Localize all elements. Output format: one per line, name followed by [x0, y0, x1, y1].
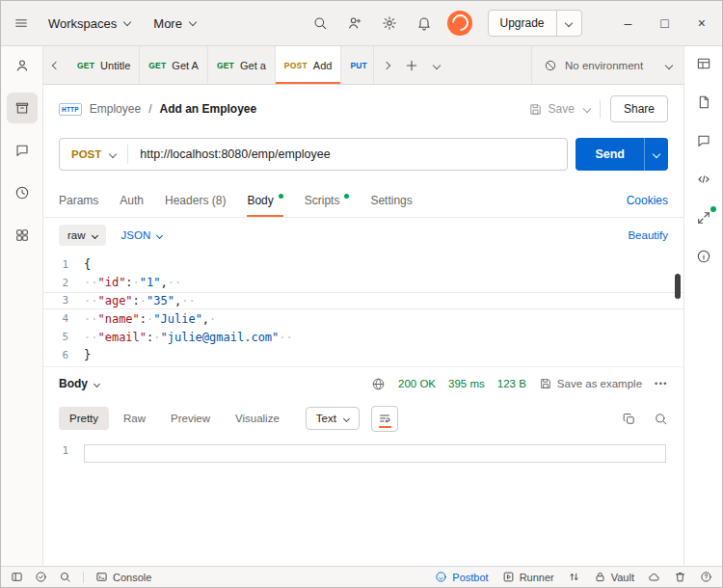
chevron-down-icon[interactable]	[94, 380, 100, 387]
editor-line[interactable]: 5··"email":·"julie@gmail.com"··	[43, 328, 683, 346]
body-format-dropdown[interactable]: JSON	[121, 229, 163, 241]
url-input[interactable]	[128, 147, 567, 161]
search-response-icon[interactable]	[654, 412, 668, 426]
method-selector[interactable]: POST	[60, 148, 127, 160]
documentation-button[interactable]	[690, 89, 717, 116]
info-button[interactable]	[690, 243, 717, 270]
vault-button[interactable]: Vault	[594, 571, 634, 583]
sidebar-item-user[interactable]	[7, 50, 38, 81]
request-body-editor[interactable]: 1{2··"id":·"1",··3··"age":·"35",··4··"na…	[43, 253, 683, 367]
view-tab-pretty[interactable]: Pretty	[59, 407, 109, 430]
request-tab-1[interactable]: GET Untitle	[68, 46, 140, 84]
sidebar-item-collections[interactable]	[7, 93, 38, 123]
runner-play-icon	[502, 571, 515, 583]
tab-headers[interactable]: Headers (8)	[165, 183, 226, 217]
editor-line[interactable]: 4··"name":·"Julie",·	[43, 309, 683, 328]
tab-scroll-left-button[interactable]	[43, 46, 68, 84]
share-button[interactable]: Share	[610, 95, 668, 122]
save-button[interactable]: Save	[528, 102, 575, 117]
size-badge[interactable]: 123 B	[497, 378, 526, 389]
trash-button[interactable]	[674, 571, 686, 583]
expand-panel-button[interactable]	[690, 204, 717, 231]
invite-user-icon[interactable]	[347, 15, 362, 31]
connection-status-button[interactable]	[35, 571, 47, 583]
hamburger-menu-icon[interactable]	[13, 15, 29, 31]
find-button[interactable]	[59, 571, 71, 583]
postbot-button[interactable]: Postbot	[435, 571, 488, 583]
comments-button[interactable]	[690, 127, 717, 154]
save-icon	[539, 377, 552, 390]
editor-line[interactable]: 6}	[43, 346, 683, 364]
sidebar-item-apps[interactable]	[7, 220, 38, 251]
line-number: 5	[43, 331, 84, 343]
avatar-postman-logo[interactable]	[447, 11, 472, 36]
tab-scripts[interactable]: Scripts	[305, 183, 350, 217]
upgrade-button-group: Upgrade	[488, 10, 582, 37]
beautify-link[interactable]: Beautify	[628, 229, 668, 241]
editor-line[interactable]: 2··"id":·"1",··	[43, 274, 683, 292]
close-button[interactable]: ×	[698, 16, 706, 30]
tab-auth[interactable]: Auth	[120, 183, 144, 217]
tab-list-button[interactable]	[424, 46, 449, 84]
save-options-caret[interactable]	[583, 105, 591, 113]
search-icon[interactable]	[312, 15, 328, 31]
sidebar-item-chat[interactable]	[7, 135, 38, 166]
minimize-button[interactable]: –	[625, 16, 632, 30]
tab-params[interactable]: Params	[59, 183, 98, 217]
editor-line[interactable]: 3··"age":·"35",··	[43, 292, 683, 310]
breadcrumb-collection[interactable]: Employee	[90, 102, 141, 116]
editor-line[interactable]: 1{	[43, 255, 683, 274]
panel-toggle-button[interactable]	[11, 571, 23, 583]
upgrade-button[interactable]: Upgrade	[489, 11, 556, 36]
environment-selector[interactable]: No environment	[531, 46, 683, 84]
gear-icon[interactable]	[382, 15, 397, 31]
console-button[interactable]: Console	[95, 571, 151, 583]
agent-selector-button[interactable]	[568, 571, 580, 583]
left-sidebar	[1, 46, 43, 566]
body-type-dropdown[interactable]: raw	[59, 225, 106, 246]
middle-region: GET Untitle GET Get A GET Get a POST Add…	[1, 46, 722, 566]
view-tab-visualize[interactable]: Visualize	[225, 407, 290, 430]
request-tab-4-active[interactable]: POST Add	[276, 46, 342, 84]
code-snippet-button[interactable]	[690, 166, 717, 193]
new-tab-button[interactable]	[399, 46, 424, 84]
runner-button[interactable]: Runner	[502, 571, 554, 583]
request-tabstrip: GET Untitle GET Get A GET Get a POST Add…	[43, 46, 683, 85]
request-tab-2[interactable]: GET Get A	[140, 46, 208, 84]
cloud-button[interactable]	[648, 571, 660, 583]
send-options-button[interactable]	[644, 138, 668, 171]
status-badge[interactable]: 200 OK	[398, 378, 436, 389]
more-options-icon[interactable]	[655, 379, 668, 388]
request-section-tabs: Params Auth Headers (8) Body Scripts Set…	[43, 183, 683, 218]
send-button[interactable]: Send	[576, 138, 644, 171]
expand-arrows-icon	[696, 210, 711, 226]
tab-scroll-right-button[interactable]	[374, 46, 399, 84]
cookies-link[interactable]: Cookies	[627, 194, 668, 207]
response-format-dropdown[interactable]: Text	[306, 407, 360, 430]
request-title[interactable]: Add an Employee	[160, 102, 257, 116]
help-circle-icon	[700, 571, 712, 583]
tab-settings[interactable]: Settings	[370, 183, 412, 217]
response-body-dropdown[interactable]: Body	[59, 377, 88, 390]
sidebar-item-history[interactable]	[7, 177, 38, 208]
view-tab-raw[interactable]: Raw	[113, 407, 156, 430]
help-button[interactable]	[700, 571, 712, 583]
copy-icon[interactable]	[622, 412, 636, 426]
more-menu[interactable]: More	[153, 16, 196, 31]
view-tab-preview[interactable]: Preview	[160, 407, 221, 430]
save-as-example-button[interactable]: Save as example	[539, 377, 642, 390]
upgrade-options-button[interactable]	[556, 11, 581, 36]
request-tab-5[interactable]: PUT	[341, 46, 374, 84]
request-tab-3[interactable]: GET Get a	[208, 46, 276, 84]
network-globe-icon[interactable]	[371, 377, 386, 391]
time-badge[interactable]: 395 ms	[448, 378, 485, 389]
response-empty-line	[84, 444, 666, 463]
bell-icon[interactable]	[416, 15, 432, 31]
workspaces-menu[interactable]: Workspaces	[48, 16, 130, 31]
tab-body[interactable]: Body	[247, 183, 282, 217]
environment-quicklook-button[interactable]	[690, 50, 717, 77]
editor-scrollbar[interactable]	[675, 274, 681, 299]
maximize-button[interactable]: □	[660, 16, 668, 30]
divider	[600, 99, 601, 119]
wrap-lines-toggle[interactable]	[371, 406, 398, 432]
